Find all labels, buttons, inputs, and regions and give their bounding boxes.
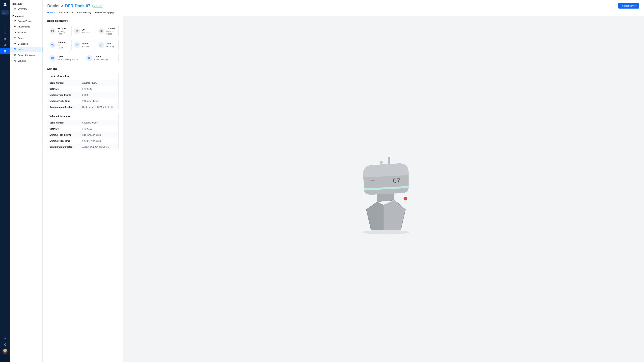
case-icon [14,37,16,39]
sidebar-section-equipment: Equipment [10,14,42,18]
tab-service-history[interactable]: Service History [76,11,91,16]
chevron-down-icon [6,12,8,13]
breadcrumb: Docks > DFR-Dock-07 [47,3,90,8]
bolt-icon [50,55,56,61]
rail-history[interactable] [0,24,10,30]
card-satellites: 29Satellites [72,25,94,37]
svg-point-25 [404,197,407,200]
sidebar-item-vehicles[interactable]: Vehicles [10,58,42,64]
rail-expand-toggle[interactable] [0,355,10,362]
svg-point-14 [14,44,14,44]
telemetry-cards: 63 daysRunning Time 29Satellites 10 MB/s… [47,25,118,63]
briefcase-icon [4,50,6,53]
globe-icon [98,28,104,34]
sidebar-item-label: Overview [18,7,27,10]
sidebar-item-label: Cases [18,37,24,39]
dock-3d-preview[interactable]: 07 Skydio [343,142,424,236]
preview-pane[interactable]: 07 Skydio [123,16,644,362]
app-logo-icon [3,2,8,7]
svg-rect-11 [14,32,16,33]
sidebar-item-batteries[interactable]: Batteries [10,29,42,35]
dock-information-title: Dock Information [47,73,118,80]
battery-voltage-icon [86,55,92,61]
sidebar-item-label: Access Points [18,20,32,22]
info-row: Serial NumberX10Dock-1JDU [47,80,118,86]
request-service-button[interactable]: Request Service [618,3,639,8]
card-network-speed: 10 MB/sNetwork Speed [96,25,118,37]
card-humidity: 29%Humidity [96,39,118,51]
sidebar-item-overview[interactable]: Overview [10,6,42,11]
chevron-right-icon [4,358,6,360]
battery-icon [14,31,16,34]
image-icon [4,32,6,35]
rail-send[interactable] [0,342,10,348]
card-wind-speed: 2.6 m/sWind Speed [47,39,70,51]
svg-point-2 [4,33,5,33]
details-pane: Dock Telemetry 63 daysRunning Time 29Sat… [42,16,123,362]
tab-bar: General Module Health Service History Re… [42,8,644,16]
sidebar-item-label: Controllers [18,42,28,45]
icon-rail [0,0,10,362]
svg-rect-12 [14,37,16,39]
info-row: Lifetime Flight Time6 hours 40 minutes [47,138,118,144]
svg-point-17 [14,55,15,55]
svg-point-8 [14,22,15,22]
svg-point-15 [15,44,15,44]
sidebar-item-controllers[interactable]: Controllers [10,41,42,46]
rail-layers[interactable] [0,42,10,48]
info-row: Configuration CreatedSeptember 12, 2024 … [47,104,118,110]
sidebar-item-docks[interactable]: Docks [10,46,42,52]
rail-equipment[interactable] [0,48,10,54]
map-icon [4,38,6,41]
general-title: General [47,67,118,70]
tab-module-health[interactable]: Module Health [59,11,73,16]
sidebar: Schedule Overview Equipment Access Point… [10,0,42,362]
rail-settings[interactable] [0,336,10,342]
wifi-icon [14,19,16,22]
svg-rect-7 [14,8,16,10]
tab-general[interactable]: General [47,11,55,16]
card-battery-voltage: 13.9 VBattery Voltage [84,53,119,63]
card-rainfall: NoneRainfall [72,39,94,51]
sidebar-item-label: Sensor Packages [18,54,35,56]
svg-rect-21 [52,57,54,59]
breadcrumb-separator: > [61,3,64,8]
dock-brand-label: Skydio [370,180,375,182]
sidebar-item-cases[interactable]: Cases [10,35,42,41]
sidebar-item-attachments[interactable]: Attachments [10,24,42,29]
breadcrumb-parent[interactable]: Docks [47,3,59,8]
dock-number-label: 07 [393,177,400,184]
sidebar-item-label: Batteries [18,31,26,34]
card-backup-battery-switch: OpenBackup Battery Switch [47,53,82,63]
rain-icon [74,42,80,48]
sidebar-item-access-points[interactable]: Access Points [10,18,42,24]
info-row: Lifetime Total Flights2,893 [47,92,118,98]
sidebar-item-sensor-packages[interactable]: Sensor Packages [10,52,42,58]
svg-rect-1 [4,32,6,34]
info-row: Serial NumberSkydioX10-f983 [47,120,118,126]
sidebar-item-label: Docks [18,48,24,51]
sidebar-section-schedule: Schedule [10,2,42,6]
sidebar-item-label: Attachments [18,25,30,28]
org-switcher[interactable] [1,10,9,15]
history-icon [4,26,6,29]
tab-remote-debugging[interactable]: Remote Debugging [95,11,114,16]
main-content: Docks > DFR-Dock-07 Ready Request Servic… [42,0,644,362]
svg-point-6 [5,338,6,339]
status-badge-text: Ready [96,5,102,7]
svg-point-19 [94,5,95,6]
status-badge: Ready [92,4,103,7]
humidity-icon [98,42,104,48]
breadcrumb-current: DFR-Dock-07 [65,3,90,8]
vehicle-information-title: Vehicle Information [47,113,118,120]
rail-image[interactable] [0,30,10,36]
rail-map[interactable] [0,36,10,42]
layers-icon [4,44,6,47]
svg-point-26 [362,230,410,234]
rail-shield[interactable] [0,18,10,24]
drone-icon [14,59,16,62]
svg-rect-18 [14,60,15,61]
info-row: Lifetime Total Flights32 hours 1 minutes [47,132,118,138]
calendar-icon [14,7,16,10]
user-avatar[interactable] [2,349,8,354]
